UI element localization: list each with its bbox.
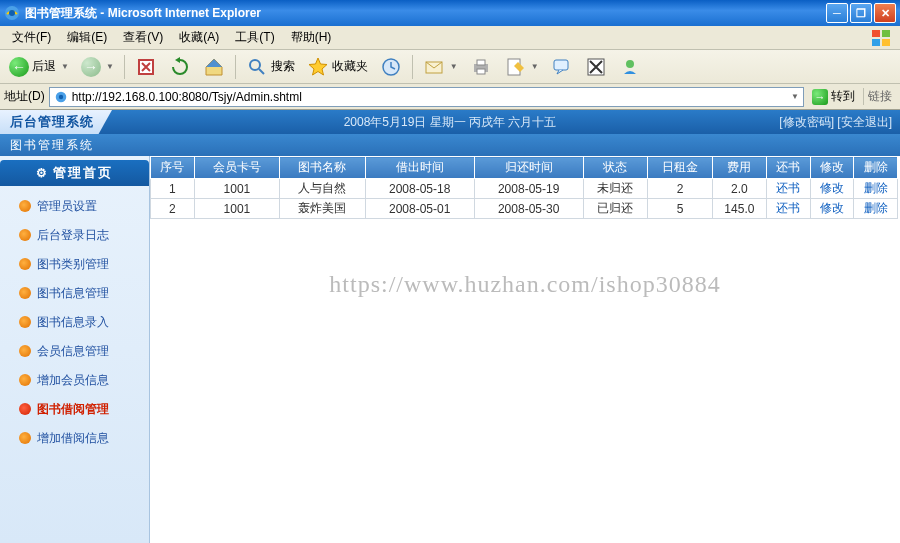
search-icon <box>246 56 268 78</box>
refresh-button[interactable] <box>164 54 196 80</box>
app-subtitle: 图书管理系统 <box>0 134 900 156</box>
address-label: 地址(D) <box>4 88 45 105</box>
chevron-down-icon: ▼ <box>106 62 114 71</box>
edit-button[interactable]: ▼ <box>499 54 544 80</box>
cell: 2 <box>151 199 195 219</box>
date-info: 2008年5月19日 星期一 丙戌年 六月十五 <box>344 114 557 131</box>
go-label: 转到 <box>831 88 855 105</box>
sidebar-item-7[interactable]: 图书借阅管理 <box>6 395 143 423</box>
menu-tools[interactable]: 工具(T) <box>227 27 282 48</box>
window-title: 图书管理系统 - Microsoft Internet Explorer <box>25 5 826 22</box>
cell: 已归还 <box>583 199 648 219</box>
col-header-3: 借出时间 <box>365 157 474 179</box>
edit-link[interactable]: 修改 <box>810 199 854 219</box>
page-icon <box>54 90 68 104</box>
minimize-button[interactable]: ─ <box>826 3 848 23</box>
back-icon: ← <box>9 57 29 77</box>
menu-file[interactable]: 文件(F) <box>4 27 59 48</box>
sidebar-item-1[interactable]: 后台登录日志 <box>6 221 143 249</box>
cell: 1 <box>151 179 195 199</box>
forward-icon: → <box>81 57 101 77</box>
sidebar-item-6[interactable]: 增加会员信息 <box>6 366 143 394</box>
cell: 人与自然 <box>280 179 366 199</box>
cell: 2008-05-19 <box>474 179 583 199</box>
menu-favorites[interactable]: 收藏(A) <box>171 27 227 48</box>
cell: 2.0 <box>712 179 766 199</box>
chevron-down-icon: ▼ <box>450 62 458 71</box>
col-header-10: 删除 <box>854 157 898 179</box>
col-header-0: 序号 <box>151 157 195 179</box>
favorites-button[interactable]: 收藏夹 <box>302 54 373 80</box>
block-icon <box>585 56 607 78</box>
close-button[interactable]: ✕ <box>874 3 896 23</box>
search-label: 搜索 <box>271 58 295 75</box>
svg-rect-4 <box>872 39 880 46</box>
sidebar-item-5[interactable]: 会员信息管理 <box>6 337 143 365</box>
star-icon <box>307 56 329 78</box>
col-header-2: 图书名称 <box>280 157 366 179</box>
go-button[interactable]: → 转到 <box>808 88 859 105</box>
back-label: 后退 <box>32 58 56 75</box>
messenger-button[interactable] <box>614 54 646 80</box>
svg-rect-3 <box>882 30 890 37</box>
svg-rect-12 <box>477 69 485 74</box>
sidebar-item-8[interactable]: 增加借阅信息 <box>6 424 143 452</box>
svg-point-1 <box>9 10 15 16</box>
windows-logo-icon <box>870 28 894 48</box>
col-header-8: 还书 <box>766 157 810 179</box>
svg-rect-2 <box>872 30 880 37</box>
print-button[interactable] <box>465 54 497 80</box>
change-password-link[interactable]: [修改密码] <box>779 115 834 129</box>
window-titlebar: 图书管理系统 - Microsoft Internet Explorer ─ ❐… <box>0 0 900 26</box>
cell: 2008-05-30 <box>474 199 583 219</box>
cell: 2 <box>648 179 713 199</box>
links-label[interactable]: 链接 <box>863 88 896 105</box>
discuss-icon <box>551 56 573 78</box>
sidebar-item-2[interactable]: 图书类别管理 <box>6 250 143 278</box>
header-links: [修改密码] [安全退出] <box>779 114 900 131</box>
mail-button[interactable]: ▼ <box>418 54 463 80</box>
svg-point-7 <box>250 60 260 70</box>
sidebar-title[interactable]: 管理首页 <box>0 160 149 186</box>
forward-button[interactable]: → ▼ <box>76 54 119 80</box>
url-input[interactable]: http://192.168.0.100:8080/Tsjy/Admin.sht… <box>49 87 804 107</box>
toolbar: ← 后退 ▼ → ▼ 搜索 收藏夹 ▼ ▼ <box>0 50 900 84</box>
stop-button[interactable] <box>130 54 162 80</box>
maximize-button[interactable]: ❐ <box>850 3 872 23</box>
discuss-button[interactable] <box>546 54 578 80</box>
messenger-icon <box>619 56 641 78</box>
svg-rect-5 <box>882 39 890 46</box>
menu-view[interactable]: 查看(V) <box>115 27 171 48</box>
table-row: 11001人与自然2008-05-182008-05-19未归还22.0还书修改… <box>151 179 898 199</box>
svg-point-16 <box>626 60 634 68</box>
borrow-table: 序号会员卡号图书名称借出时间归还时间状态日租金费用还书修改删除 11001人与自… <box>150 156 898 219</box>
home-button[interactable] <box>198 54 230 80</box>
return-link[interactable]: 还书 <box>766 179 810 199</box>
cell: 1001 <box>194 199 280 219</box>
back-button[interactable]: ← 后退 ▼ <box>4 54 74 80</box>
delete-link[interactable]: 删除 <box>854 199 898 219</box>
system-name: 后台管理系统 <box>0 110 112 134</box>
chevron-down-icon: ▼ <box>61 62 69 71</box>
delete-link[interactable]: 删除 <box>854 179 898 199</box>
logout-link[interactable]: [安全退出] <box>837 115 892 129</box>
content-area: 序号会员卡号图书名称借出时间归还时间状态日租金费用还书修改删除 11001人与自… <box>150 156 900 543</box>
favorites-label: 收藏夹 <box>332 58 368 75</box>
sidebar-item-4[interactable]: 图书信息录入 <box>6 308 143 336</box>
history-button[interactable] <box>375 54 407 80</box>
return-link[interactable]: 还书 <box>766 199 810 219</box>
search-button[interactable]: 搜索 <box>241 54 300 80</box>
sidebar-item-0[interactable]: 管理员设置 <box>6 192 143 220</box>
refresh-icon <box>169 56 191 78</box>
block-button[interactable] <box>580 54 612 80</box>
chevron-down-icon[interactable]: ▼ <box>791 92 799 101</box>
home-icon <box>203 56 225 78</box>
menu-help[interactable]: 帮助(H) <box>283 27 340 48</box>
edit-link[interactable]: 修改 <box>810 179 854 199</box>
app-header: 后台管理系统 2008年5月19日 星期一 丙戌年 六月十五 [修改密码] [安… <box>0 110 900 134</box>
menu-edit[interactable]: 编辑(E) <box>59 27 115 48</box>
cell: 未归还 <box>583 179 648 199</box>
col-header-5: 状态 <box>583 157 648 179</box>
sidebar-item-3[interactable]: 图书信息管理 <box>6 279 143 307</box>
stop-icon <box>135 56 157 78</box>
